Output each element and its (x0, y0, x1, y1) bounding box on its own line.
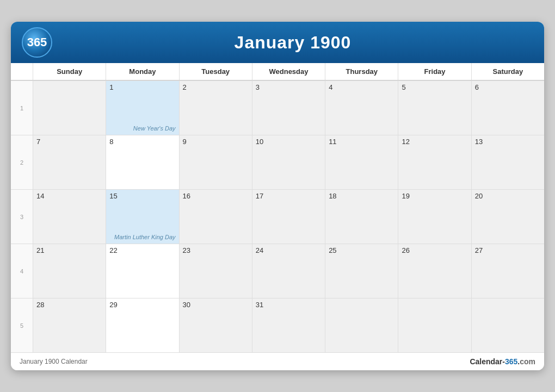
day-number: 23 (183, 246, 249, 254)
calendar-day-cell: 25 (325, 244, 398, 298)
day-number: 16 (183, 192, 249, 200)
day-number: 30 (183, 301, 249, 309)
calendar-day-cell: 30 (179, 298, 252, 352)
day-number: 4 (329, 83, 394, 91)
day-number: 18 (329, 192, 394, 200)
day-number: 10 (256, 138, 322, 146)
day-number: 7 (36, 138, 102, 146)
calendar-day-cell: 15Martin Luther King Day (106, 189, 178, 244)
calendar-day-cell: 10 (252, 135, 325, 189)
day-number: 14 (36, 192, 102, 200)
week-number: 2 (11, 135, 33, 189)
day-number: 20 (475, 192, 541, 200)
day-number: 31 (256, 301, 322, 309)
holiday-label: New Year's Day (133, 125, 176, 132)
day-number: 25 (329, 246, 394, 254)
day-number: 29 (109, 301, 175, 309)
day-number: 26 (402, 246, 467, 254)
calendar-day-cell: 18 (325, 189, 398, 244)
day-monday: Monday (106, 63, 178, 80)
calendar-day-cell: 24 (252, 244, 325, 298)
calendar-day-cell: 9 (179, 135, 252, 189)
calendar-day-cell: 29 (106, 298, 178, 352)
calendar-day-cell: 1New Year's Day (106, 80, 178, 135)
calendar-container: 365 January 1900 Sunday Monday Tuesday W… (11, 22, 544, 370)
week-num-header-spacer (11, 63, 33, 80)
calendar-day-cell: 7 (33, 135, 106, 189)
day-number: 24 (256, 246, 322, 254)
day-number: 8 (109, 138, 175, 146)
day-number: 27 (475, 246, 541, 254)
calendar-day-cell: 22 (106, 244, 178, 298)
calendar-day-cell: 12 (398, 135, 471, 189)
day-number: 13 (475, 138, 541, 146)
day-number: 22 (109, 246, 175, 254)
day-number: 3 (256, 83, 322, 91)
week-number: 1 (11, 80, 33, 135)
day-number: 5 (402, 83, 467, 91)
calendar-day-cell: 5 (398, 80, 471, 135)
holiday-label: Martin Luther King Day (114, 234, 176, 240)
calendar-day-cell: 4 (325, 80, 398, 135)
calendar-day-cell: 31 (252, 298, 325, 352)
calendar-header: 365 January 1900 (11, 22, 544, 63)
calendar-day-cell: 13 (471, 135, 544, 189)
footer-calendar-text: Calendar- (470, 357, 505, 366)
logo-badge: 365 (22, 27, 52, 58)
day-sunday: Sunday (33, 63, 106, 80)
calendar-day-cell: 2 (179, 80, 252, 135)
day-number: 21 (36, 246, 102, 254)
footer-365-text: 365 (505, 357, 517, 366)
day-wednesday: Wednesday (252, 63, 325, 80)
day-number: 28 (36, 301, 102, 309)
day-number: 17 (256, 192, 322, 200)
days-header: Sunday Monday Tuesday Wednesday Thursday… (11, 63, 544, 80)
calendar-body: 11New Year's Day2345627891011121331415Ma… (11, 80, 544, 352)
calendar-day-cell: 23 (179, 244, 252, 298)
calendar-day-cell (471, 298, 544, 352)
calendar-day-cell: 8 (106, 135, 178, 189)
calendar-title: January 1900 (52, 33, 533, 53)
week-number: 3 (11, 189, 33, 244)
calendar-day-cell: 20 (471, 189, 544, 244)
week-number: 5 (11, 298, 33, 352)
calendar-day-cell: 3 (252, 80, 325, 135)
calendar-day-cell (398, 298, 471, 352)
day-saturday: Saturday (471, 63, 544, 80)
footer-left-label: January 1900 Calendar (20, 358, 88, 365)
day-thursday: Thursday (325, 63, 398, 80)
day-tuesday: Tuesday (179, 63, 252, 80)
day-number: 12 (402, 138, 467, 146)
calendar-day-cell (325, 298, 398, 352)
footer-bar: January 1900 Calendar Calendar-365.com (11, 352, 544, 370)
calendar-day-cell: 16 (179, 189, 252, 244)
day-number: 1 (109, 83, 175, 91)
day-number: 2 (183, 83, 249, 91)
footer-right-label: Calendar-365.com (470, 357, 535, 366)
day-number: 6 (475, 83, 541, 91)
calendar-day-cell: 27 (471, 244, 544, 298)
week-number: 4 (11, 244, 33, 298)
footer-com-text: com (520, 357, 535, 366)
calendar-day-cell: 21 (33, 244, 106, 298)
calendar-day-cell: 26 (398, 244, 471, 298)
calendar-day-cell: 17 (252, 189, 325, 244)
day-friday: Friday (398, 63, 471, 80)
calendar-day-cell: 19 (398, 189, 471, 244)
day-number: 9 (183, 138, 249, 146)
day-number: 15 (109, 192, 175, 200)
calendar-day-cell: 14 (33, 189, 106, 244)
calendar-day-cell: 28 (33, 298, 106, 352)
calendar-day-cell (33, 80, 106, 135)
calendar-day-cell: 6 (471, 80, 544, 135)
calendar-day-cell: 11 (325, 135, 398, 189)
day-number: 11 (329, 138, 394, 146)
day-number: 19 (402, 192, 467, 200)
